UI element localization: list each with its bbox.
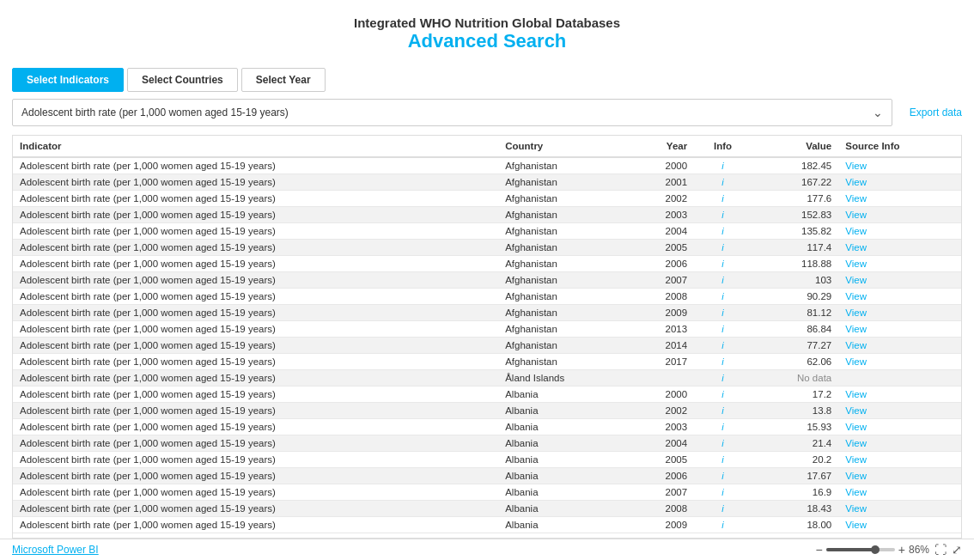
cell-source-info[interactable]: View [838,191,961,207]
info-icon[interactable]: i [721,487,723,497]
cell-info[interactable]: i [694,354,752,370]
info-icon[interactable]: i [721,520,723,530]
cell-source-info[interactable]: View [838,157,961,174]
info-icon[interactable]: i [721,471,723,481]
view-link[interactable]: View [845,161,867,171]
view-link[interactable]: View [845,177,867,187]
view-link[interactable]: View [845,324,867,334]
view-link[interactable]: View [845,291,867,301]
view-link[interactable]: View [845,259,867,269]
view-link[interactable]: View [845,503,867,514]
cell-source-info[interactable]: View [838,468,961,484]
info-icon[interactable]: i [721,177,723,187]
cell-source-info[interactable]: View [838,272,961,289]
fullscreen-exit-icon[interactable]: ⛶ [934,543,947,557]
cell-source-info[interactable]: View [838,419,961,435]
cell-info[interactable]: i [694,501,752,517]
view-link[interactable]: View [845,520,867,530]
info-icon[interactable]: i [721,405,723,416]
cell-info[interactable]: i [694,305,752,321]
view-link[interactable]: View [845,340,867,350]
info-icon[interactable]: i [721,422,723,432]
cell-source-info[interactable]: View [838,452,961,468]
cell-source-info[interactable]: View [838,207,961,223]
cell-source-info[interactable]: View [838,240,961,256]
cell-info[interactable]: i [694,321,752,338]
info-icon[interactable]: i [721,438,723,448]
cell-info[interactable]: i [694,468,752,484]
cell-info[interactable]: i [694,370,752,387]
cell-source-info[interactable]: View [838,338,961,354]
power-bi-link[interactable]: Microsoft Power BI [12,544,99,556]
cell-info[interactable]: i [694,240,752,256]
cell-source-info[interactable]: View [838,223,961,240]
info-icon[interactable]: i [721,275,723,285]
view-link[interactable]: View [845,356,867,367]
view-link[interactable]: View [845,438,867,448]
indicator-dropdown[interactable]: Adolescent birth rate (per 1,000 women a… [12,99,892,126]
cell-info[interactable]: i [694,435,752,452]
info-icon[interactable]: i [721,340,723,350]
info-icon[interactable]: i [721,259,723,269]
cell-info[interactable]: i [694,256,752,272]
cell-info[interactable]: i [694,272,752,289]
cell-source-info[interactable]: View [838,501,961,517]
cell-info[interactable]: i [694,419,752,435]
cell-source-info[interactable]: View [838,387,961,403]
info-icon[interactable]: i [721,242,723,253]
info-icon[interactable]: i [721,389,723,399]
cell-info[interactable]: i [694,452,752,468]
select-indicators-button[interactable]: Select Indicators [12,68,124,92]
export-data-link[interactable]: Export data [910,107,962,119]
cell-source-info[interactable]: View [838,256,961,272]
select-countries-button[interactable]: Select Countries [127,68,238,92]
cell-source-info[interactable]: View [838,484,961,501]
view-link[interactable]: View [845,242,867,253]
cell-info[interactable]: i [694,207,752,223]
cell-source-info[interactable]: View [838,321,961,338]
cell-info[interactable]: i [694,174,752,191]
cell-source-info[interactable]: View [838,435,961,452]
cell-info[interactable]: i [694,517,752,533]
view-link[interactable]: View [845,275,867,285]
view-link[interactable]: View [845,471,867,481]
cell-source-info[interactable]: View [838,517,961,533]
view-link[interactable]: View [845,422,867,432]
info-icon[interactable]: i [721,226,723,236]
info-icon[interactable]: i [721,324,723,334]
info-icon[interactable]: i [721,161,723,171]
cell-source-info[interactable]: View [838,403,961,419]
cell-source-info[interactable]: View [838,174,961,191]
cell-info[interactable]: i [694,191,752,207]
expand-icon[interactable]: ⤢ [952,543,962,557]
zoom-track[interactable] [826,548,895,551]
cell-info[interactable]: i [694,403,752,419]
view-link[interactable]: View [845,389,867,399]
cell-info[interactable]: i [694,338,752,354]
view-link[interactable]: View [845,307,867,318]
info-icon[interactable]: i [721,193,723,204]
select-year-button[interactable]: Select Year [241,68,326,92]
cell-source-info[interactable]: View [838,305,961,321]
cell-source-info[interactable]: View [838,354,961,370]
view-link[interactable]: View [845,210,867,220]
cell-info[interactable]: i [694,223,752,240]
zoom-out-button[interactable]: − [816,543,823,557]
view-link[interactable]: View [845,193,867,204]
view-link[interactable]: View [845,487,867,497]
info-icon[interactable]: i [721,210,723,220]
cell-info[interactable]: i [694,387,752,403]
cell-info[interactable]: i [694,484,752,501]
info-icon[interactable]: i [721,291,723,301]
info-icon[interactable]: i [721,373,723,383]
view-link[interactable]: View [845,226,867,236]
view-link[interactable]: View [845,405,867,416]
info-icon[interactable]: i [721,307,723,318]
cell-info[interactable]: i [694,289,752,305]
cell-source-info[interactable]: View [838,289,961,305]
view-link[interactable]: View [845,454,867,465]
zoom-in-button[interactable]: + [898,543,905,557]
info-icon[interactable]: i [721,503,723,514]
info-icon[interactable]: i [721,454,723,465]
info-icon[interactable]: i [721,356,723,367]
